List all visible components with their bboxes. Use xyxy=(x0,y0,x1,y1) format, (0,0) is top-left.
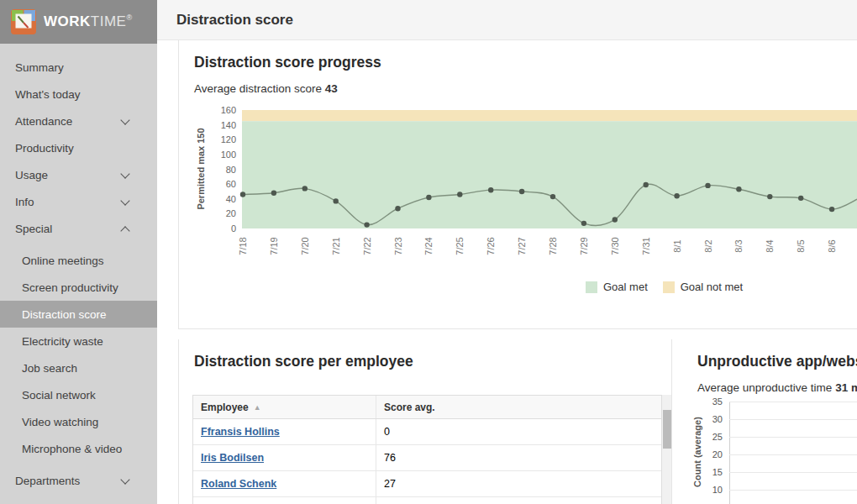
sidebar-menu: SummaryWhat's todayAttendanceProductivit… xyxy=(0,54,157,494)
app-logo[interactable]: WORKTIME® xyxy=(0,0,157,44)
sidebar-item-label: Departments xyxy=(15,475,80,487)
gridline xyxy=(729,454,857,455)
sidebar-item-social-network[interactable]: Social network xyxy=(0,381,157,408)
data-point-7-30[interactable] xyxy=(613,217,618,222)
sidebar-item-online-meetings[interactable]: Online meetings xyxy=(0,247,157,274)
table-row: Roland Schenk27 xyxy=(193,471,662,497)
legend-swatch xyxy=(663,281,675,293)
y-tick: 20 xyxy=(209,208,236,218)
sidebar-item-label: Electricity waste xyxy=(22,335,103,348)
x-tick: 7/29 xyxy=(579,231,589,261)
data-point-8-3[interactable] xyxy=(736,186,741,192)
legend-label: Goal not met xyxy=(681,281,743,293)
chevron-down-icon xyxy=(120,115,129,124)
data-point-8-1[interactable] xyxy=(674,193,679,198)
x-tick: 7/25 xyxy=(455,231,465,261)
sidebar-item-departments[interactable]: Departments xyxy=(0,467,157,494)
table-body: Ffransis Hollins0Iris Bodilsen76Roland S… xyxy=(193,419,662,497)
score-per-employee-card: Distraction score per employee Employee … xyxy=(178,339,672,504)
gridline xyxy=(729,402,857,402)
data-point-7-25[interactable] xyxy=(457,192,462,197)
data-point-7-20[interactable] xyxy=(302,186,308,191)
sidebar-item-microphone-video[interactable]: Microphone & video xyxy=(0,435,157,462)
count-axis-label: Count (average) xyxy=(692,397,704,504)
employee-table: Employee ▲ Score avg. Ffransis Hollins0I… xyxy=(192,395,663,504)
chart-legend: Goal metGoal not met xyxy=(586,281,743,293)
data-point-7-23[interactable] xyxy=(395,206,400,211)
y-tick: 120 xyxy=(209,134,236,144)
top-header: Distraction score xyxy=(157,0,857,40)
y-tick: 0 xyxy=(209,223,236,234)
x-tick: 7/24 xyxy=(423,231,434,261)
table-scrollbar[interactable] xyxy=(661,395,671,504)
sidebar-item-label: Attendance xyxy=(15,115,72,128)
legend-label: Goal met xyxy=(603,281,648,293)
x-tick: 7/22 xyxy=(362,231,372,261)
data-point-7-22[interactable] xyxy=(364,222,369,227)
worktime-clock-icon xyxy=(11,9,36,34)
distraction-line-chart[interactable] xyxy=(242,110,857,228)
data-point-7-26[interactable] xyxy=(488,187,493,192)
data-point-7-18[interactable] xyxy=(240,192,245,197)
x-tick: 8/3 xyxy=(733,231,744,261)
unproductive-card: Unproductive app/website Average unprodu… xyxy=(682,339,857,504)
distraction-progress-card: Distraction score progress Average distr… xyxy=(178,40,857,329)
score-avg-value: 0 xyxy=(376,426,662,438)
sidebar-item-productivity[interactable]: Productivity xyxy=(0,134,157,161)
count-tick: 25 xyxy=(704,432,723,442)
y-tick: 40 xyxy=(209,194,236,204)
sidebar-item-what-s-today[interactable]: What's today xyxy=(0,81,157,108)
goal-met-band xyxy=(242,121,857,228)
data-point-7-29[interactable] xyxy=(581,221,586,226)
table-scrollbar-thumb[interactable] xyxy=(663,410,671,449)
data-point-7-27[interactable] xyxy=(519,189,524,194)
gridline xyxy=(729,472,857,473)
legend-item-goal-met: Goal met xyxy=(586,281,648,293)
y-tick: 160 xyxy=(209,105,236,115)
sidebar-item-video-watching[interactable]: Video watching xyxy=(0,408,157,435)
data-point-8-4[interactable] xyxy=(767,194,772,199)
x-tick: 8/6 xyxy=(827,231,837,261)
table-header-row: Employee ▲ Score avg. xyxy=(193,396,662,419)
sidebar-item-electricity-waste[interactable]: Electricity waste xyxy=(0,328,157,354)
data-point-7-31[interactable] xyxy=(644,182,649,187)
sidebar-item-distraction-score[interactable]: Distraction score xyxy=(0,301,157,328)
data-point-8-5[interactable] xyxy=(798,196,803,201)
y-tick: 80 xyxy=(209,165,236,175)
data-point-7-21[interactable] xyxy=(334,198,339,203)
count-tick: 20 xyxy=(704,449,723,459)
sidebar-item-label: Screen productivity xyxy=(22,281,118,294)
employee-link-iris-bodilsen[interactable]: Iris Bodilsen xyxy=(201,452,264,464)
sidebar-item-summary[interactable]: Summary xyxy=(0,54,157,81)
sidebar-item-screen-productivity[interactable]: Screen productivity xyxy=(0,274,157,301)
employee-link-roland-schenk[interactable]: Roland Schenk xyxy=(201,478,276,490)
count-tick: 35 xyxy=(704,396,723,407)
sidebar-item-usage[interactable]: Usage xyxy=(0,161,157,188)
x-tick: 7/30 xyxy=(610,231,620,261)
sidebar-item-attendance[interactable]: Attendance xyxy=(0,108,157,134)
column-header-score[interactable]: Score avg. xyxy=(376,402,662,413)
sidebar-item-label: Productivity xyxy=(15,142,74,155)
sidebar-item-job-search[interactable]: Job search xyxy=(0,354,157,381)
column-header-employee[interactable]: Employee ▲ xyxy=(193,396,376,418)
sidebar-item-info[interactable]: Info xyxy=(0,188,157,215)
data-point-8-6[interactable] xyxy=(829,207,834,212)
sidebar-item-label: Special xyxy=(15,223,52,235)
x-tick: 8/4 xyxy=(765,231,775,261)
gridline xyxy=(729,437,857,438)
employee-link-ffransis-hollins[interactable]: Ffransis Hollins xyxy=(201,426,280,438)
data-point-7-28[interactable] xyxy=(550,194,555,199)
x-tick: 7/20 xyxy=(300,231,310,261)
x-tick: 7/27 xyxy=(517,231,527,261)
data-point-8-2[interactable] xyxy=(705,183,710,188)
average-score-value: 43 xyxy=(325,82,338,95)
average-unproductive-value: 31 min xyxy=(835,381,857,394)
data-point-7-24[interactable] xyxy=(426,195,431,200)
sidebar-item-label: Distraction score xyxy=(22,308,107,321)
table-row-partial xyxy=(193,497,662,504)
sidebar-item-special[interactable]: Special xyxy=(0,215,157,242)
chevron-up-icon xyxy=(120,226,129,235)
sidebar-item-label: Online meetings xyxy=(22,255,104,267)
data-point-7-19[interactable] xyxy=(271,191,276,196)
x-tick: 7/23 xyxy=(393,231,403,261)
